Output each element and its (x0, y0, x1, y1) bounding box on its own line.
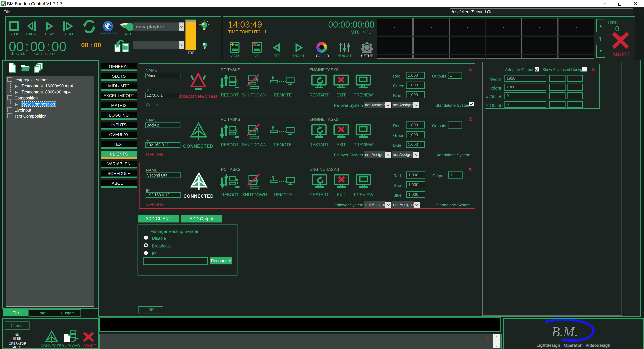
svg-text:B: B (2, 2, 4, 4)
svg-text:B.M.: B.M. (552, 324, 578, 339)
svg-text:c: c (4, 4, 5, 6)
